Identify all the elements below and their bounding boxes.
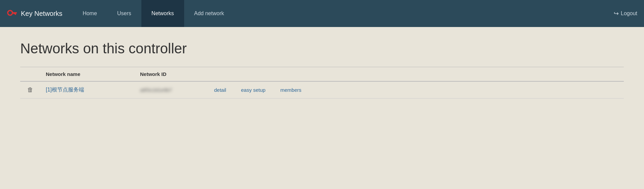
easy-setup-link[interactable]: easy setup xyxy=(241,87,266,93)
logout-icon: ↪ xyxy=(614,10,619,17)
network-id-cell: a8f3c2d1e9b7 xyxy=(135,81,209,99)
brand-logo[interactable]: Key Networks xyxy=(7,8,62,19)
col-header-actions xyxy=(209,67,624,82)
key-icon xyxy=(7,8,18,19)
nav-link-add-network[interactable]: Add network xyxy=(184,0,234,27)
network-id: a8f3c2d1e9b7 xyxy=(140,87,172,93)
nav-links: Home Users Networks Add network xyxy=(72,0,614,27)
table-header: Network name Network ID xyxy=(20,67,624,82)
network-name-link[interactable]: [1]根节点服务端 xyxy=(46,87,84,92)
page-title: Networks on this controller xyxy=(20,40,624,57)
detail-link[interactable]: detail xyxy=(214,87,226,93)
col-header-name: Network name xyxy=(40,67,135,82)
logout-label: Logout xyxy=(621,10,637,17)
network-name-cell: [1]根节点服务端 xyxy=(40,81,135,99)
networks-table: Network name Network ID 🗑 [1]根节点服务端 a8f3… xyxy=(20,67,624,99)
nav-link-users[interactable]: Users xyxy=(107,0,141,27)
logout-button[interactable]: ↪ Logout xyxy=(614,10,637,17)
table-body: 🗑 [1]根节点服务端 a8f3c2d1e9b7 detail easy set… xyxy=(20,81,624,99)
col-header-id: Network ID xyxy=(135,67,209,82)
navbar: Key Networks Home Users Networks Add net… xyxy=(0,0,644,27)
nav-link-home[interactable]: Home xyxy=(72,0,107,27)
col-header-delete xyxy=(20,67,40,82)
table-row: 🗑 [1]根节点服务端 a8f3c2d1e9b7 detail easy set… xyxy=(20,81,624,99)
delete-icon[interactable]: 🗑 xyxy=(27,86,33,93)
main-content: Networks on this controller Network name… xyxy=(0,27,644,112)
nav-link-networks[interactable]: Networks xyxy=(141,0,184,27)
members-link[interactable]: members xyxy=(280,87,302,93)
network-actions-cell: detail easy setup members xyxy=(209,81,624,99)
brand-name: Key Networks xyxy=(21,10,62,18)
delete-cell: 🗑 xyxy=(20,81,40,99)
svg-point-0 xyxy=(8,10,12,15)
